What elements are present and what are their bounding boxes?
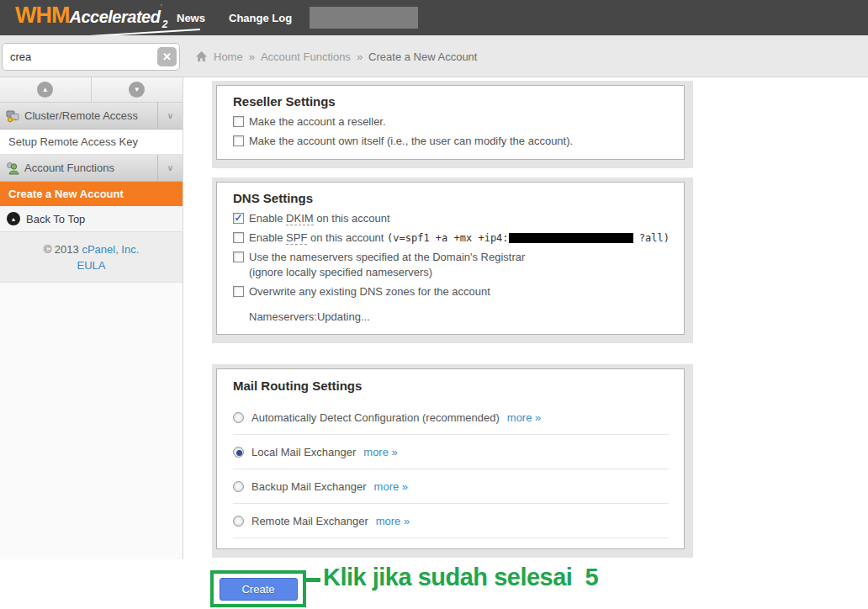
search-input[interactable] (2, 43, 180, 71)
enable-dkim-checkbox-row[interactable]: ✓ Enable DKIM on this account (233, 212, 684, 225)
enable-spf-checkbox-row[interactable]: Enable SPF on this account (v=spf1 +a +m… (233, 231, 684, 244)
sidebar-item-create-a-new-account-selected[interactable]: Create a New Account (0, 182, 183, 206)
checkbox-unchecked[interactable] (233, 232, 244, 243)
label-text: on this account (307, 231, 387, 244)
scroll-down-button[interactable]: ▼ (92, 77, 183, 102)
label-text: Enable (249, 231, 286, 244)
auto-detect-radio-row[interactable]: Automatically Detect Configuration (reco… (233, 400, 669, 435)
dns-settings-section: DNS Settings ✓ Enable DKIM on this accou… (212, 177, 693, 343)
reseller-settings-title: Reseller Settings (233, 94, 684, 109)
account-person-icon (6, 162, 19, 175)
breadcrumb-separator: » (249, 50, 255, 63)
circle-up-arrow-icon: ▲ (7, 212, 20, 225)
checkbox-label: Enable DKIM on this account (249, 212, 390, 225)
radio-label: Automatically Detect Configuration (reco… (251, 411, 500, 424)
annotation-label: Klik jika sudah selesai (323, 564, 572, 590)
spf-record-text: (v=spf1 +a +mx +ip4: (387, 232, 509, 244)
mail-routing-settings-box: Mail Routing Settings Automatically Dete… (216, 368, 685, 549)
checkbox-unchecked[interactable] (233, 135, 244, 146)
mail-routing-settings-section: Mail Routing Settings Automatically Dete… (212, 364, 693, 558)
ip-redaction-box (509, 233, 633, 243)
sidebar-group-cluster-remote-access[interactable]: Cluster/Remote Access ∨ (0, 103, 183, 130)
spf-record-text: ?all) (633, 232, 670, 244)
radio-unselected[interactable] (233, 516, 244, 527)
cpanel-link[interactable]: cPanel, Inc. (82, 243, 139, 256)
back-to-top-label: Back To Top (26, 213, 85, 225)
sidebar-empty-area (0, 283, 183, 559)
breadcrumb-separator: » (357, 50, 363, 63)
eula-link[interactable]: EULA (0, 257, 183, 273)
sidebar-item-label: Create a New Account (8, 188, 124, 200)
header-redaction-box (310, 7, 418, 29)
spf-term[interactable]: SPF (286, 231, 307, 245)
checkbox-label: Use the nameservers specified at the Dom… (249, 251, 525, 278)
sidebar-search-area: ✕ (0, 35, 183, 77)
radio-selected[interactable] (233, 447, 244, 458)
remote-mail-exchanger-radio-row[interactable]: Remote Mail Exchanger more » (233, 504, 669, 538)
more-link[interactable]: more » (507, 411, 541, 424)
sidebar-scroll-controls: ▲ ▼ (0, 77, 183, 103)
annotation-text: Klik jika sudah selesai5 (323, 564, 598, 591)
radio-unselected[interactable] (233, 412, 244, 423)
breadcrumb-home[interactable]: Home (214, 50, 243, 63)
nav-change-log[interactable]: Change Log (229, 0, 292, 35)
chevron-down-icon[interactable]: ∨ (157, 103, 183, 129)
sidebar-group-label: Account Functions (24, 162, 114, 174)
dkim-term[interactable]: DKIM (286, 212, 314, 225)
checkbox-unchecked[interactable] (233, 252, 244, 262)
radio-label: Backup Mail Exchanger (251, 480, 367, 493)
sidebar-group-label: Cluster/Remote Access (24, 109, 138, 122)
search-clear-icon[interactable]: ✕ (157, 47, 177, 66)
whm-logo: WHMAccelerated’2 (15, 3, 168, 30)
checkbox-label: Overwrite any existing DNS zones for the… (249, 285, 490, 298)
checkbox-label: Enable SPF on this account (v=spf1 +a +m… (249, 231, 670, 244)
whm-page: WHMAccelerated’2 News Change Log Home » … (0, 0, 868, 609)
checkbox-label: Make the account own itself (i.e., the u… (249, 135, 573, 147)
breadcrumb-current-page: Create a New Account (368, 50, 477, 63)
arrow-up-icon: ▲ (37, 82, 53, 98)
main-content: Reseller Settings Make the account a res… (183, 77, 868, 609)
checkbox-checked[interactable]: ✓ (233, 213, 244, 224)
create-button[interactable]: Create (220, 578, 298, 601)
copyright-line: © 2013 cPanel, Inc. (0, 241, 183, 257)
breadcrumb-account-functions[interactable]: Account Functions (261, 50, 351, 63)
sidebar-body: ▲ ▼ Cluster/Remote Access ∨ (0, 77, 183, 559)
more-link[interactable]: more » (363, 446, 397, 458)
more-link[interactable]: more » (376, 515, 410, 527)
more-link[interactable]: more » (374, 480, 408, 493)
annotation-connector-line (306, 578, 320, 582)
radio-label: Local Mail Exchanger (251, 446, 356, 458)
scroll-up-button[interactable]: ▲ (0, 77, 92, 102)
logo-trademark: ’ (160, 3, 161, 13)
label-text: Enable (249, 212, 286, 225)
backup-mail-exchanger-radio-row[interactable]: Backup Mail Exchanger more » (233, 469, 669, 504)
sidebar-item-label: Setup Remote Access Key (8, 135, 138, 148)
breadcrumb: Home » Account Functions » Create a New … (195, 35, 477, 77)
checkbox-label: Make the account a reseller. (249, 115, 386, 128)
local-mail-exchanger-radio-row[interactable]: Local Mail Exchanger more » (233, 435, 669, 469)
checkbox-unchecked[interactable] (233, 286, 244, 297)
sidebar-item-setup-remote-access-key[interactable]: Setup Remote Access Key (0, 130, 183, 155)
chevron-down-icon[interactable]: ∨ (157, 155, 183, 181)
checkbox-unchecked[interactable] (233, 116, 244, 127)
dns-settings-box: DNS Settings ✓ Enable DKIM on this accou… (216, 182, 685, 335)
registrar-nameservers-checkbox-row[interactable]: Use the nameservers specified at the Dom… (233, 251, 684, 278)
own-itself-checkbox-row[interactable]: Make the account own itself (i.e., the u… (233, 135, 684, 147)
overwrite-dns-zones-checkbox-row[interactable]: Overwrite any existing DNS zones for the… (233, 285, 684, 298)
dns-settings-title: DNS Settings (233, 191, 684, 205)
make-reseller-checkbox-row[interactable]: Make the account a reseller. (233, 115, 684, 128)
back-to-top-button[interactable]: ▲ Back To Top (0, 206, 183, 232)
sidebar-footer: © 2013 cPanel, Inc. EULA (0, 232, 183, 283)
radio-unselected[interactable] (233, 481, 244, 492)
sidebar-group-account-functions[interactable]: Account Functions ∨ (0, 155, 183, 182)
reseller-settings-section: Reseller Settings Make the account a res… (212, 81, 693, 168)
annotation-highlight-box: Create (210, 570, 306, 607)
nav-news[interactable]: News (177, 0, 205, 35)
label-text: on this account (314, 212, 390, 225)
label-text-line2: (ignore locally specified nameservers) (249, 266, 525, 278)
annotation-step-number: 5 (585, 564, 598, 590)
sidebar: ✕ ▲ ▼ Cluste (0, 35, 183, 609)
home-icon (195, 50, 208, 62)
radio-label: Remote Mail Exchanger (251, 515, 368, 527)
logo-accelerated-text: Accelerated (69, 8, 160, 26)
